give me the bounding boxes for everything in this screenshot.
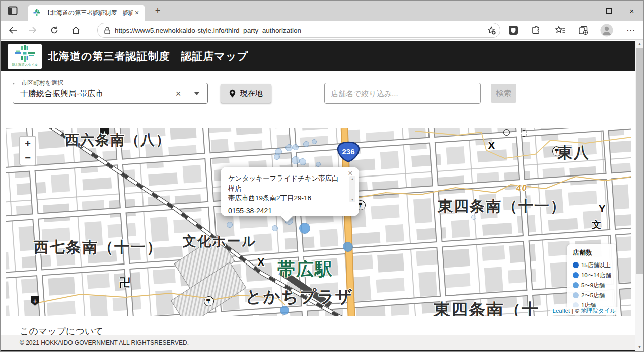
location-pin-icon: [229, 89, 236, 98]
browser-essentials-button[interactable]: [506, 24, 520, 37]
favorites-button[interactable]: [553, 24, 567, 37]
map-label: 東四条南（十: [434, 301, 539, 316]
scroll-down-icon[interactable]: ▼: [349, 198, 355, 201]
extensions-button[interactable]: [529, 24, 543, 37]
store-cluster-marker[interactable]: [312, 139, 317, 144]
profile-button[interactable]: [600, 23, 614, 37]
browser-window: 【北海道の第三者認証制度 認証 × + – × https://ww: [0, 0, 644, 352]
toolbar-divider: [548, 26, 548, 35]
map-container[interactable]: XX文Y卍〒〒〒++ 西六条南（八）東八東四条南（十一）西七条南（十一）文化ホー…: [6, 128, 631, 316]
map-symbol: X: [257, 257, 265, 268]
collections-button[interactable]: [576, 24, 590, 37]
page-viewport: 新北海道スタイル 北海道の第三者認証制度 認証店マップ 市区町村を選択 十勝総合…: [1, 40, 643, 351]
store-name: ケンタッキーフライドチキン帯広白樺店: [228, 173, 342, 193]
close-button[interactable]: ×: [620, 1, 643, 21]
current-location-button[interactable]: 現在地: [221, 84, 271, 103]
store-cluster-marker[interactable]: [343, 242, 353, 252]
site-logo: 新北海道スタイル: [8, 44, 42, 69]
map-zoom-control: + −: [19, 136, 36, 166]
legend-label: 15店舗以上: [581, 260, 611, 270]
scrollbar-thumb[interactable]: [636, 48, 643, 274]
map-symbol: [503, 129, 510, 136]
store-cluster-marker[interactable]: [303, 141, 309, 147]
tab-close-icon[interactable]: ×: [133, 9, 141, 17]
map-label: 東四条南（十一）: [438, 199, 566, 214]
refresh-button[interactable]: [47, 23, 62, 38]
page-scrollbar[interactable]: ▲ ▼: [635, 40, 643, 351]
zoom-out-button[interactable]: −: [20, 151, 35, 165]
map-symbol: 〒: [204, 296, 214, 306]
page-footer: © 2021 HOKKAIDO GOVERNMENT ALL RIGHTSRES…: [1, 335, 635, 350]
store-search-input[interactable]: [324, 83, 481, 104]
collections-icon: [578, 25, 588, 35]
lock-icon: [104, 27, 110, 34]
store-cluster-marker[interactable]: [285, 144, 293, 151]
map-label: 帯広駅: [277, 260, 333, 278]
new-tab-button[interactable]: +: [151, 6, 164, 17]
map-label: 西七条南（十一）: [34, 240, 163, 255]
attribution-separator: |: [571, 308, 573, 314]
legend-title: 店舗数: [573, 248, 611, 257]
home-button[interactable]: [68, 23, 83, 38]
forward-button[interactable]: [25, 23, 40, 38]
refresh-icon: [50, 26, 58, 34]
store-cluster-marker[interactable]: [299, 223, 310, 234]
browser-tab[interactable]: 【北海道の第三者認証制度 認証 ×: [28, 5, 145, 21]
ellipsis-icon: ⋯: [626, 25, 635, 36]
popup-content[interactable]: ケンタッキーフライドチキン帯広白樺店 帯広市西19条南2丁目29-16 0155…: [221, 167, 359, 221]
legend-label: 2〜5店舗: [581, 290, 605, 300]
store-cluster-marker[interactable]: [293, 144, 299, 150]
map-symbol: [521, 130, 527, 137]
clear-selection-icon[interactable]: ×: [172, 83, 184, 103]
scrollbar-up-icon[interactable]: ▲: [635, 40, 643, 48]
store-cluster-marker[interactable]: [274, 154, 280, 160]
profile-avatar-icon: [600, 24, 613, 37]
maximize-button[interactable]: [597, 1, 620, 21]
maximize-icon: [606, 8, 612, 14]
map-popup: ケンタッキーフライドチキン帯広白樺店 帯広市西19条南2丁目29-16 0155…: [221, 167, 359, 216]
legend-item: 10〜14店舗: [573, 270, 611, 280]
store-cluster-marker[interactable]: [471, 215, 476, 220]
map-label: 西六条南（八）: [65, 133, 171, 147]
municipality-select-value: 十勝総合振興局-帯広市: [20, 83, 103, 103]
search-button[interactable]: 検索: [491, 84, 516, 103]
home-icon: [71, 26, 80, 34]
legend-dot: [573, 282, 579, 288]
page-title: 北海道の第三者認証制度 認証店マップ: [48, 49, 248, 63]
favorites-icon: [555, 26, 566, 35]
zoom-in-button[interactable]: +: [20, 137, 35, 151]
map-symbol: 卍: [119, 277, 130, 288]
address-bar[interactable]: https://www5.newhokkaido-style.info/thir…: [97, 23, 500, 38]
url-text: https://www5.newhokkaido-style.info/thir…: [115, 27, 484, 34]
store-cluster-marker[interactable]: [227, 222, 233, 228]
legend-dot: [573, 292, 579, 298]
browser-toolbar: https://www5.newhokkaido-style.info/thir…: [1, 21, 643, 40]
legend-item: 2〜5店舗: [573, 290, 611, 300]
store-cluster-marker[interactable]: [272, 225, 278, 231]
popup-close-button[interactable]: ×: [346, 169, 355, 178]
leaflet-link[interactable]: Leaflet: [553, 308, 570, 314]
popup-scrollbar[interactable]: ▲ ▼: [349, 176, 355, 202]
store-cluster-marker[interactable]: [299, 158, 306, 165]
store-cluster-marker[interactable]: [316, 162, 321, 167]
forward-icon: [28, 27, 37, 34]
tab-actions-button[interactable]: [7, 5, 19, 16]
legend-label: 10〜14店舗: [581, 270, 611, 280]
municipality-select[interactable]: 市区町村を選択 十勝総合振興局-帯広市 ×: [13, 83, 208, 104]
map-symbol: 文: [592, 220, 601, 229]
site-logo-text: 新北海道スタイル: [8, 63, 42, 67]
settings-menu-button[interactable]: ⋯: [624, 24, 638, 37]
add-favorite-button[interactable]: [484, 24, 498, 37]
chevron-down-icon[interactable]: [194, 92, 199, 95]
tiles-link[interactable]: 地理院タイル: [581, 308, 616, 314]
attribution-copyright: ©: [575, 308, 579, 314]
scrollbar-down-icon[interactable]: ▼: [635, 343, 643, 351]
store-phone: 0155-38-2421: [228, 206, 342, 216]
store-cluster-marker[interactable]: [292, 156, 300, 164]
legend-label: 5〜9店舗: [581, 280, 605, 290]
store-cluster-marker[interactable]: [280, 306, 289, 315]
back-button[interactable]: [5, 23, 20, 38]
minimize-button[interactable]: –: [574, 1, 597, 21]
back-icon: [9, 27, 17, 34]
legend-item: 5〜9店舗: [573, 280, 611, 290]
